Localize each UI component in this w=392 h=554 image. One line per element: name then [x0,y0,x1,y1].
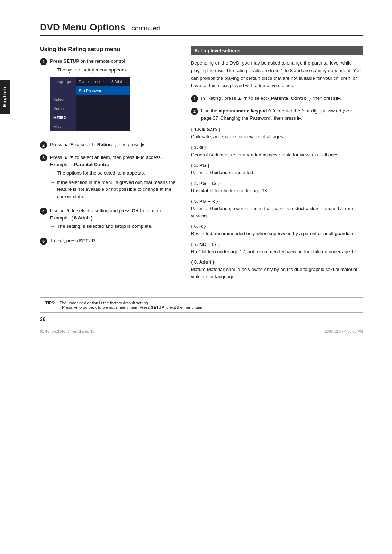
rating-1-title: { 1.Kid Safe } [191,127,363,132]
menu-cell-rating: Rating [50,113,76,122]
rating-8-desc: Mature Material; should be viewed only b… [191,266,363,280]
right-step-1-num: 1 [191,95,198,102]
rating-6-r: { 6. R } Restricted; recommended only wh… [191,223,363,237]
step-4-content: Use ▲ ▼ to select a setting and press OK… [50,207,178,232]
left-section-heading: Using the Rating setup menu [40,46,178,53]
arrow-symbol-3a: → [50,169,55,177]
menu-cell-empty1 [50,86,76,95]
right-step-2-num: 2 [191,108,198,115]
menu-cell-audio-right [76,104,130,113]
step-1-num: 1 [40,58,47,65]
rating-4-desc: Unsuitable for children under age 13. [191,187,363,194]
step-5-content: To exit, press SETUP. [50,237,178,245]
right-step-1: 1 In 'Rating', press ▲ ▼ to select { Par… [191,95,363,102]
menu-row-misc: Misc [50,122,130,131]
step-3-arrow-text-1: The options for the selected item appear… [57,169,145,177]
menu-cell-video-right [76,95,130,104]
menu-cell-misc: Misc [50,122,76,131]
rating-8-title: { 8. Adult } [191,259,363,265]
step-3-content: Press ▲ ▼ to select an item, then press … [50,154,178,202]
menu-cell-parental: Parental control : 8.Adult [76,77,130,86]
menu-row-rating: Rating [50,113,130,122]
menu-cell-language: Language [50,77,76,86]
step-1-arrow: → The system setup menu appears. [50,66,178,74]
menu-cell-rating-right [76,113,130,122]
step-4: 4 Use ▲ ▼ to select a setting and press … [40,207,178,232]
main-title: DVD Menu Options continued [40,22,363,36]
menu-cell-audio: Audio [50,104,76,113]
rating-3-pg: { 3. PG } Parental Guidance suggested. [191,163,363,176]
rating-5-title: { 5. PG – R } [191,198,363,204]
step-2-num: 2 [40,141,47,149]
rating-7-nc17: { 7. NC – 17 } No Children under age 17;… [191,242,363,255]
menu-row-language: Language Parental control : 8.Adult [50,77,130,86]
rating-3-desc: Parental Guidance suggested. [191,169,363,176]
rating-1-kid-safe: { 1.Kid Safe } Childsafe; acceptable for… [191,127,363,140]
step-1: 1 Press SETUP on the remote control. → T… [40,58,178,136]
rating-levels: { 1.Kid Safe } Childsafe; acceptable for… [191,127,363,280]
rating-level-header: Rating level settings [191,46,363,55]
footer-left: 01-45_dvp3140_37_eng1.indd 36 [40,329,94,333]
title-suffix: continued [132,25,160,32]
page-num-row: 36 [40,316,363,322]
title-text: DVD Menu Options [40,22,125,33]
page-container: English DVD Menu Options continued Using… [0,0,392,554]
step-2: 2 Press ▲ ▼ to select { Rating }, then p… [40,141,178,149]
arrow-symbol-4: → [50,223,55,230]
tips-line2: Press ◄ to go back to previous menu item… [62,305,203,309]
step-4-arrow: → The setting is selected and setup is c… [50,223,178,230]
rating-2-title: { 2. G } [191,145,363,150]
rating-6-title: { 6. R } [191,223,363,229]
page-number: 36 [40,316,46,322]
footer-right: 2006-11-07 4:55:53 PM [325,329,363,333]
tips-underline: underlined option [68,301,98,305]
step-1-arrow-text: The system setup menu appears. [57,66,127,74]
step-3-arrow-1: → The options for the selected item appe… [50,169,178,177]
rating-5-pg-r: { 5. PG – R } Parental Guidance; recomme… [191,198,363,219]
rating-5-desc: Parental Guidance; recommended that pare… [191,205,363,219]
right-step-2: 2 Use the alphanumeric keypad 0-9 to ent… [191,107,363,122]
rating-1-desc: Childsafe; acceptable for viewers of all… [191,133,363,140]
two-col-layout: Using the Rating setup menu 1 Press SETU… [40,46,363,284]
rating-2-desc: General Audience; recommended as accepta… [191,151,363,159]
step-3-arrow-text-2: If the selection in the menu is greyed o… [57,179,178,200]
step-3: 3 Press ▲ ▼ to select an item, then pres… [40,154,178,202]
menu-row-setpassword: Set Password [50,86,130,95]
step-4-arrow-text: The setting is selected and setup is com… [57,223,152,230]
step-5: 5 To exit, press SETUP. [40,237,178,245]
tips-line1: The underlined option is the factory def… [60,301,149,305]
rating-7-title: { 7. NC – 17 } [191,242,363,247]
tips-label: TIPS: [45,301,56,305]
rating-2-g: { 2. G } General Audience; recommended a… [191,145,363,159]
rating-7-desc: No Children under age 17; not recommende… [191,248,363,255]
rating-4-pg13: { 4. PG – 13 } Unsuitable for children u… [191,181,363,194]
right-column: Rating level settings Depending on the D… [191,46,363,284]
arrow-symbol-1: → [50,66,55,74]
menu-mockup: Language Parental control : 8.Adult Set … [50,77,130,131]
menu-cell-video: Video [50,95,76,104]
step-5-num: 5 [40,238,47,245]
menu-row-audio: Audio [50,104,130,113]
menu-row-video: Video [50,95,130,104]
menu-cell-setpassword: Set Password [76,86,130,95]
rating-3-title: { 3. PG } [191,163,363,168]
rating-8-adult: { 8. Adult } Mature Material; should be … [191,259,363,280]
step-3-num: 3 [40,154,47,161]
step-4-num: 4 [40,208,47,215]
step-1-content: Press SETUP on the remote control. → The… [50,58,178,136]
sidebar-tab: English [0,80,10,114]
step-2-content: Press ▲ ▼ to select { Rating }, then pre… [50,141,178,148]
rating-4-title: { 4. PG – 13 } [191,181,363,186]
left-column: Using the Rating setup menu 1 Press SETU… [40,46,178,284]
rating-6-desc: Restricted; recommended only when superv… [191,230,363,237]
menu-cell-misc-right [76,122,130,131]
right-step-1-content: In 'Rating', press ▲ ▼ to select { Paren… [201,95,363,102]
step-3-arrow-2: → If the selection in the menu is greyed… [50,179,178,200]
footer-row: 01-45_dvp3140_37_eng1.indd 36 2006-11-07… [40,329,363,333]
arrow-symbol-3b: → [50,179,55,186]
tips-box: TIPS: The underlined option is the facto… [40,297,363,313]
rating-intro: Depending on the DVD, you may be asked t… [191,59,363,90]
right-step-2-content: Use the alphanumeric keypad 0-9 to enter… [201,107,363,122]
